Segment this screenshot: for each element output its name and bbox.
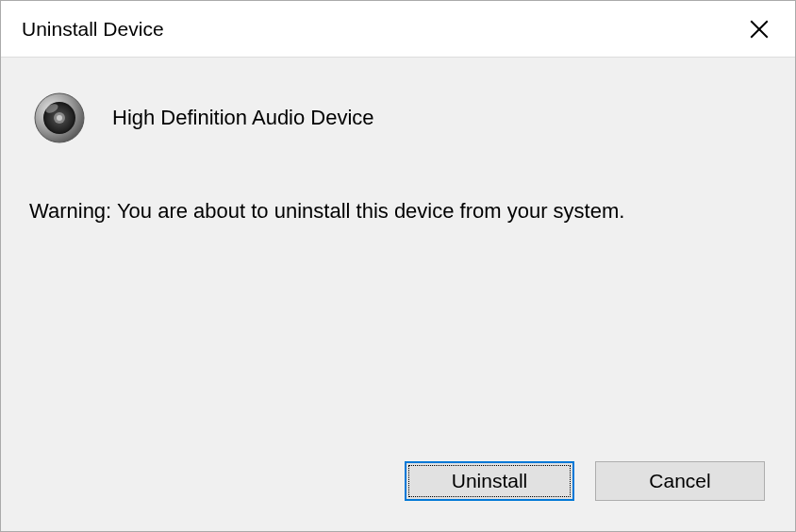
uninstall-button[interactable]: Uninstall: [405, 461, 574, 501]
speaker-icon: [33, 91, 86, 144]
titlebar: Uninstall Device: [1, 1, 795, 58]
dialog-title: Uninstall Device: [22, 18, 164, 41]
device-name: High Definition Audio Device: [112, 106, 374, 130]
close-button[interactable]: [740, 10, 778, 48]
warning-text: Warning: You are about to uninstall this…: [24, 199, 772, 224]
device-row: High Definition Audio Device: [24, 91, 772, 144]
cancel-button[interactable]: Cancel: [595, 461, 765, 501]
dialog-content: High Definition Audio Device Warning: Yo…: [1, 58, 795, 531]
svg-point-5: [57, 115, 62, 121]
close-icon: [750, 20, 769, 39]
uninstall-device-dialog: Uninstall Device: [0, 0, 796, 532]
button-row: Uninstall Cancel: [24, 461, 772, 508]
